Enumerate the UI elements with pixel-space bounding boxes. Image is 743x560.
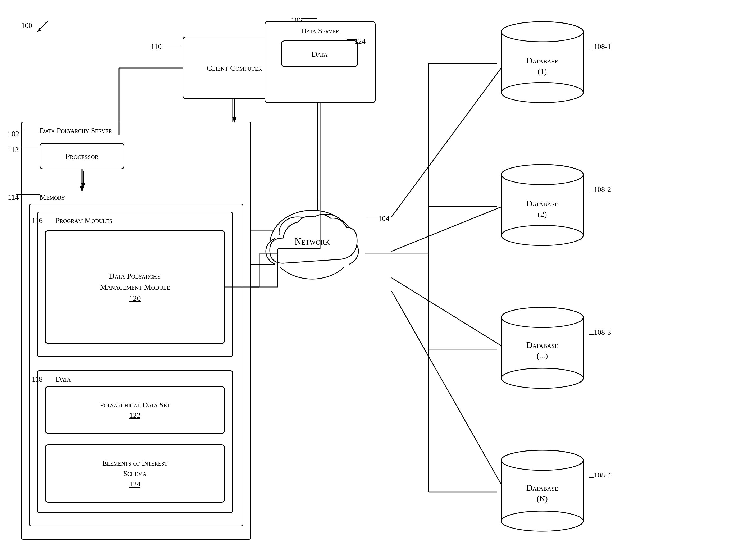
ref-124-server-arrow — [345, 34, 358, 45]
ref-110-arrow — [159, 40, 185, 50]
program-modules-label: Program Modules — [55, 216, 112, 225]
network-cloud-svg: Network — [259, 199, 365, 291]
ref-100: 100 — [21, 21, 32, 30]
data-server-box: Data Server Data — [264, 21, 376, 103]
ref-100-arrow — [32, 18, 53, 34]
svg-text:Database: Database — [526, 56, 558, 65]
svg-text:(...): (...) — [537, 351, 548, 360]
ref-118: 118 — [32, 375, 43, 384]
ref-124-schema: 124 — [129, 480, 140, 488]
ref-108-3: 108-3 — [594, 328, 611, 337]
processor-box: Processor — [40, 143, 124, 169]
svg-text:Database: Database — [526, 340, 558, 350]
data-polyarchy-server-label: Data Polyarchy Server — [40, 126, 112, 135]
svg-line-9 — [391, 291, 502, 487]
ref-106-arrow — [299, 13, 320, 24]
svg-line-7 — [391, 206, 502, 251]
ref-114-arrow — [14, 190, 41, 199]
ref-108-1: 108-1 — [594, 42, 611, 51]
svg-point-56 — [501, 307, 583, 328]
svg-point-47 — [501, 165, 583, 185]
data-server-label: Data Server — [265, 27, 375, 35]
dpmm-ref: 120 — [129, 294, 141, 302]
polyarchical-data-set-box: Polyarchical Data Set 122 — [45, 386, 225, 434]
svg-text:Network: Network — [295, 236, 330, 247]
ref-108-3-arrow — [587, 331, 595, 339]
svg-point-46 — [501, 225, 583, 246]
ref-108-4: 108-4 — [594, 471, 611, 479]
ref-104-arrow — [365, 212, 381, 222]
ref-108-2-arrow — [587, 188, 595, 196]
svg-line-6 — [391, 66, 502, 217]
svg-point-38 — [501, 22, 583, 42]
svg-point-64 — [501, 511, 583, 531]
svg-marker-31 — [81, 183, 85, 188]
dpmm-box: Data PolyarchyManagement Module 120 — [45, 230, 225, 344]
database-4-svg: Database (N) — [497, 450, 587, 534]
data-inner-label: Data — [312, 49, 328, 59]
processor-label: Processor — [65, 151, 98, 161]
svg-text:Database: Database — [526, 483, 558, 492]
memory-label: Memory — [40, 193, 65, 202]
elements-of-interest-label: Elements of InterestSchema 124 — [102, 458, 167, 489]
ref-112-arrow — [14, 143, 44, 151]
svg-text:(N): (N) — [537, 494, 548, 503]
polyarchical-data-set-label: Polyarchical Data Set 122 — [100, 400, 170, 420]
data-section-label: Data — [55, 375, 71, 384]
svg-point-55 — [501, 368, 583, 388]
svg-point-37 — [501, 83, 583, 103]
ref-108-2: 108-2 — [594, 185, 611, 193]
ref-102-arrow — [14, 127, 25, 135]
database-2-svg: Database (2) — [497, 164, 587, 249]
svg-text:(2): (2) — [538, 210, 547, 219]
elements-of-interest-box: Elements of InterestSchema 124 — [45, 444, 225, 503]
database-3-svg: Database (...) — [497, 307, 587, 391]
svg-text:(1): (1) — [538, 67, 547, 76]
database-1-svg: Database (1) — [497, 21, 587, 106]
svg-point-65 — [501, 450, 583, 470]
ref-108-4-arrow — [587, 474, 595, 481]
diagram: 100 Client Computer 110 Data Server Data… — [0, 0, 743, 560]
dpmm-label: Data PolyarchyManagement Module 120 — [100, 270, 170, 304]
ref-108-1-arrow — [587, 45, 595, 53]
client-computer-label: Client Computer — [207, 63, 262, 73]
ref-122: 122 — [129, 411, 140, 419]
svg-line-8 — [391, 278, 502, 347]
processor-to-memory-arrow — [75, 169, 91, 190]
ref-116: 116 — [32, 216, 43, 225]
svg-text:Database: Database — [526, 199, 558, 208]
